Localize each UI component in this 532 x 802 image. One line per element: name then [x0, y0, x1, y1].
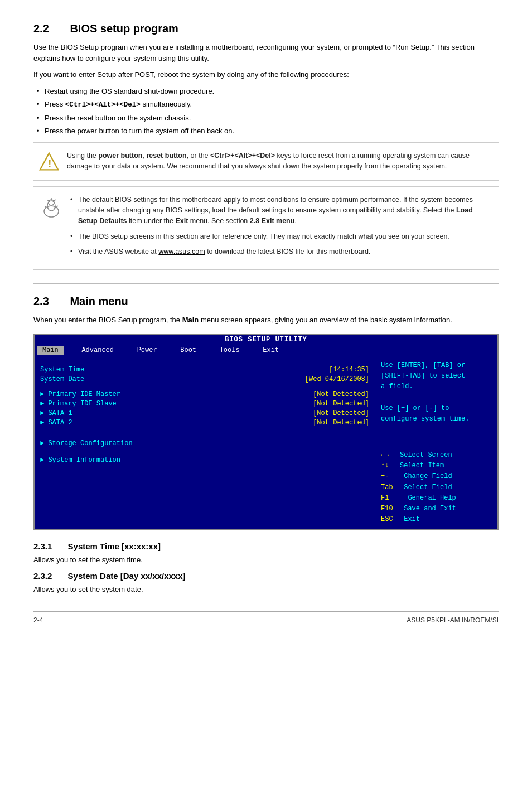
note-box: The default BIOS settings for this mothe… [33, 186, 499, 270]
note-content: The default BIOS settings for this mothe… [69, 195, 493, 262]
bios-row-time: System Time [14:14:35] [40, 366, 369, 374]
note-item-1: The default BIOS settings for this mothe… [69, 195, 493, 227]
bios-row-date: System Date [Wed 04/16/2008] [40, 375, 369, 383]
section-231-desc: Allows you to set the system time. [33, 554, 499, 566]
section-232-desc: Allows you to set the system date. [33, 584, 499, 595]
bios-storage-config[interactable]: ► Storage Configuration [40, 439, 369, 447]
note-item-2: The BIOS setup screens in this section a… [69, 231, 493, 242]
bios-menu-tools[interactable]: Tools [202, 346, 245, 355]
section-231-heading: 2.3.1 System Time [xx:xx:xx] [33, 542, 499, 551]
bullet-3: Press the reset button on the system cha… [33, 113, 499, 124]
section-232-heading: 2.3.2 System Date [Day xx/xx/xxxx] [33, 571, 499, 581]
bios-menu-power[interactable]: Power [119, 346, 163, 355]
section-23-heading: 2.3 Main menu [33, 295, 499, 308]
warning-box: ! Using the power button, reset button, … [33, 142, 499, 181]
bullet-4: Press the power button to turn the syste… [33, 125, 499, 137]
bios-menu-boot[interactable]: Boot [163, 346, 202, 355]
bullet-2: Press <Ctrl>+<Alt>+<Del> simultaneously. [33, 99, 499, 110]
section-22-bullets: Restart using the OS standard shut-down … [33, 86, 499, 137]
warning-text: Using the power button, reset button, or… [67, 151, 493, 172]
note-icon [39, 196, 61, 222]
svg-line-9 [47, 200, 49, 201]
bios-right-panel: Use [ENTER], [TAB] or [SHIFT-TAB] to sel… [375, 356, 497, 529]
bios-row-sata1: ► SATA 1 [Not Detected] [40, 409, 369, 417]
bios-system-info[interactable]: ► System Information [40, 456, 369, 464]
bios-menu-bar: Main Advanced Power Boot Tools Exit [35, 345, 497, 356]
page-footer: 2-4 ASUS P5KPL-AM IN/ROEM/SI [33, 611, 499, 624]
bios-key-guide: ←→Select Screen ↑↓Select Item +- Change … [381, 450, 492, 525]
section-22-intro2: If you want to enter Setup after POST, r… [33, 69, 499, 80]
note-item-3: Visit the ASUS website at www.asus.com t… [69, 247, 493, 257]
bios-title: BIOS SETUP UTILITY [35, 335, 497, 345]
bios-menu-exit[interactable]: Exit [245, 346, 284, 355]
section-divider-23 [33, 283, 499, 284]
section-22-intro1: Use the BIOS Setup program when you are … [33, 42, 499, 64]
section-23-intro: When you enter the BIOS Setup program, t… [33, 315, 499, 326]
bios-left-panel: System Time [14:14:35] System Date [Wed … [35, 356, 375, 529]
footer-product: ASUS P5KPL-AM IN/ROEM/SI [407, 616, 499, 624]
warning-icon: ! [39, 152, 59, 172]
footer-page-num: 2-4 [33, 616, 43, 624]
bios-screen: BIOS SETUP UTILITY Main Advanced Power B… [33, 334, 499, 530]
bios-row-ide-slave: ► Primary IDE Slave [Not Detected] [40, 400, 369, 408]
bios-row-sata2: ► SATA 2 [Not Detected] [40, 419, 369, 427]
bios-body: System Time [14:14:35] System Date [Wed … [35, 356, 497, 529]
svg-text:!: ! [48, 158, 51, 170]
bios-help-text: Use [ENTER], [TAB] or [SHIFT-TAB] to sel… [381, 360, 492, 424]
section-22-heading: 2.2 BIOS setup program [33, 22, 499, 35]
bios-menu-main[interactable]: Main [37, 346, 64, 355]
svg-line-8 [54, 200, 56, 201]
bios-menu-advanced[interactable]: Advanced [64, 346, 119, 355]
bullet-1: Restart using the OS standard shut-down … [33, 86, 499, 97]
bios-row-ide-master: ► Primary IDE Master [Not Detected] [40, 390, 369, 398]
